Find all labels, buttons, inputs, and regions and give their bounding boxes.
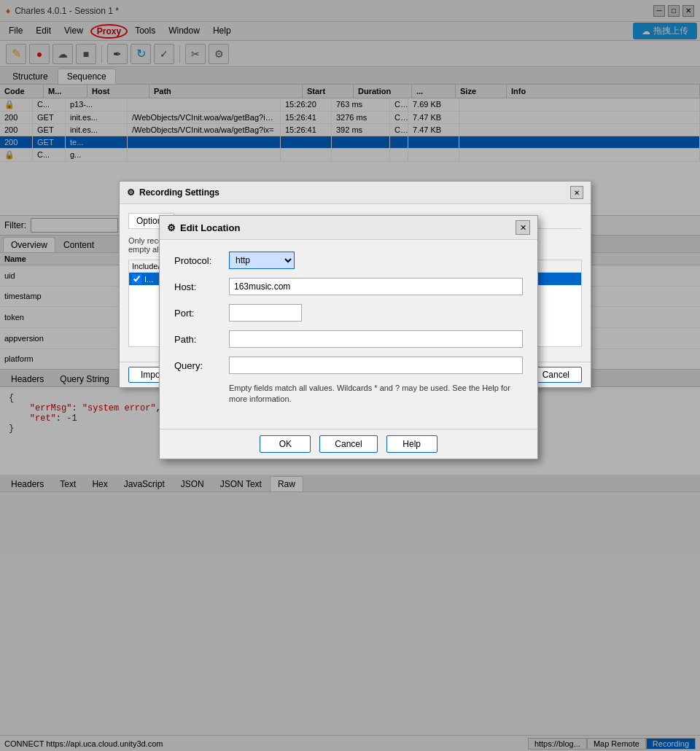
query-label: Query: <box>174 360 229 371</box>
recording-dialog-icon: ⚙ <box>127 187 135 198</box>
path-label: Path: <box>174 334 229 345</box>
protocol-row: Protocol: http https ftp <box>174 252 523 269</box>
edit-location-dialog: ⚙ Edit Location ✕ Protocol: http https f… <box>159 215 538 459</box>
recording-dialog-titlebar: ⚙ Recording Settings ✕ <box>120 182 591 204</box>
protocol-select[interactable]: http https ftp <box>229 252 295 269</box>
port-input[interactable] <box>229 304 302 322</box>
port-row: Port: <box>174 304 523 322</box>
host-label: Host: <box>174 281 229 292</box>
query-row: Query: <box>174 357 523 374</box>
protocol-label: Protocol: <box>174 255 229 266</box>
edit-location-footer: OK Cancel Help <box>160 429 537 459</box>
edit-help-button[interactable]: Help <box>386 435 438 453</box>
host-input[interactable] <box>229 278 523 295</box>
edit-location-close-button[interactable]: ✕ <box>516 220 530 235</box>
edit-location-icon: ⚙ <box>167 222 176 233</box>
recording-dialog-title: ⚙ Recording Settings <box>127 187 219 198</box>
path-row: Path: <box>174 330 523 348</box>
edit-location-title: ⚙ Edit Location <box>167 222 240 233</box>
port-label: Port: <box>174 308 229 319</box>
edit-location-titlebar: ⚙ Edit Location ✕ <box>160 216 537 240</box>
query-input[interactable] <box>229 357 523 374</box>
edit-cancel-button[interactable]: Cancel <box>319 435 377 453</box>
recording-row-location: I... <box>144 275 153 284</box>
recording-dialog-title-text: Recording Settings <box>139 187 219 198</box>
path-input[interactable] <box>229 330 523 348</box>
edit-ok-button[interactable]: OK <box>260 435 311 453</box>
host-row: Host: <box>174 278 523 295</box>
recording-dialog-close-button[interactable]: ✕ <box>570 186 583 199</box>
edit-location-title-text: Edit Location <box>180 222 240 233</box>
edit-location-content: Protocol: http https ftp Host: Port: Pat… <box>160 240 537 429</box>
recording-row-checkbox[interactable] <box>132 274 141 284</box>
edit-hint: Empty fields match all values. Wildcards… <box>229 383 523 405</box>
